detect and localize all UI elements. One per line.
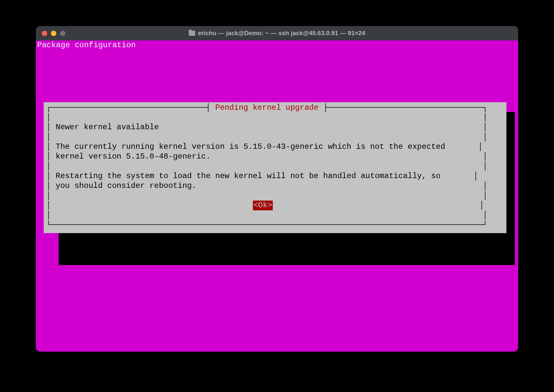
dialog-body-3: Restarting the system to load the new ke…	[56, 172, 441, 180]
dialog-body-row: │ kernel version 5.15.0-48-generic. │	[46, 152, 504, 161]
dialog-border-bottom: └───────────────────────────────────────…	[46, 220, 504, 230]
dialog-body-2: kernel version 5.15.0-48-generic.	[56, 152, 211, 161]
ok-button[interactable]: <Ok>	[253, 201, 273, 210]
dialog: ┌─────────────────────────────────┤ Pend…	[44, 102, 506, 233]
dialog-body-row: │ you should consider rebooting. │	[46, 181, 504, 191]
folder-icon	[189, 31, 195, 36]
titlebar: erichu — jack@Demo: ~ — ssh jack@45.63.0…	[36, 26, 518, 40]
dialog-heading: Newer kernel available	[56, 123, 159, 132]
dialog-spacer: │ │	[46, 132, 504, 142]
dialog-spacer: │ │	[46, 113, 504, 122]
dialog-heading-row: │ Newer kernel available │	[46, 122, 504, 132]
package-config-header: Package configuration	[36, 40, 518, 50]
dialog-wrap: ┌─────────────────────────────────┤ Pend…	[44, 102, 506, 233]
dialog-body-4: you should consider rebooting.	[56, 181, 197, 190]
dialog-body-1: The currently running kernel version is …	[56, 142, 445, 151]
window-title-text: erichu — jack@Demo: ~ — ssh jack@45.63.0…	[198, 30, 365, 37]
terminal-window: erichu — jack@Demo: ~ — ssh jack@45.63.0…	[36, 26, 518, 352]
dialog-ok-row: │ <Ok> │	[46, 201, 504, 210]
dialog-spacer: │ │	[46, 161, 504, 171]
window-title: erichu — jack@Demo: ~ — ssh jack@45.63.0…	[36, 30, 518, 37]
dialog-spacer: │ │	[46, 191, 504, 201]
terminal-body[interactable]: Package configuration ┌─────────────────…	[36, 40, 518, 352]
dialog-body-row: │ The currently running kernel version i…	[46, 142, 504, 152]
dialog-spacer: │ │	[46, 210, 504, 220]
dialog-border-top: ┌─────────────────────────────────┤ Pend…	[46, 103, 504, 113]
dialog-title: Pending kernel upgrade	[215, 103, 318, 112]
dialog-body-row: │ Restarting the system to load the new …	[46, 171, 504, 181]
